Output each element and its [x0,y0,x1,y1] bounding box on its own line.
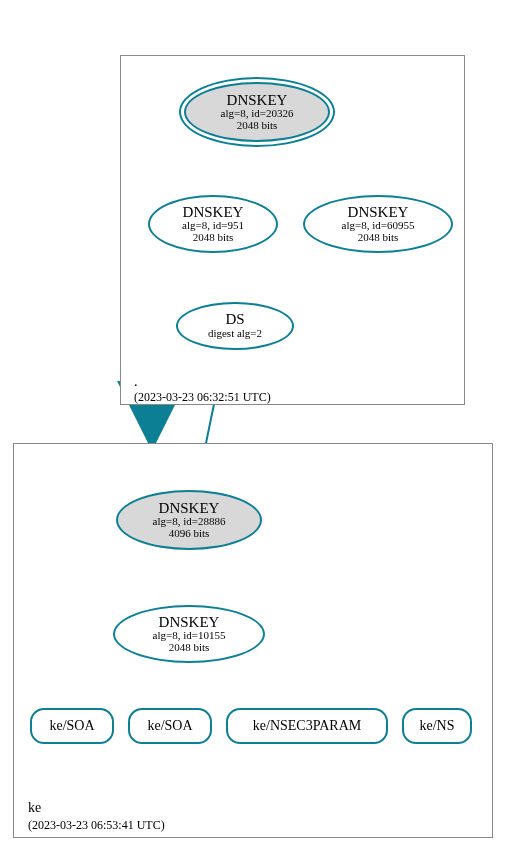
node-title: DNSKEY [227,93,288,109]
node-ke-zsk: DNSKEY alg=8, id=10155 2048 bits [113,605,265,663]
zone-root-timestamp: (2023-03-23 06:32:51 UTC) [134,390,271,405]
node-ke-ns: ke/NS [402,708,472,744]
node-title: ke/NS [420,719,455,734]
node-title: ke/SOA [147,719,192,734]
node-sub: 4096 bits [169,528,210,540]
zone-ke-name: ke [28,800,41,816]
node-sub: 2048 bits [169,642,210,654]
diagram-stage: . (2023-03-23 06:32:51 UTC) ke (2023-03-… [0,0,509,865]
node-root-zsk1: DNSKEY alg=8, id=951 2048 bits [148,195,278,253]
node-sub: 2048 bits [237,120,278,132]
zone-root-name: . [134,374,138,390]
node-root-ds: DS digest alg=2 [176,302,294,350]
node-title: DS [225,312,244,328]
node-ke-soa1: ke/SOA [30,708,114,744]
node-root-zsk2: DNSKEY alg=8, id=60955 2048 bits [303,195,453,253]
node-title: DNSKEY [348,205,409,221]
zone-ke-timestamp: (2023-03-23 06:53:41 UTC) [28,818,165,833]
node-sub: 2048 bits [358,232,399,244]
node-title: DNSKEY [159,615,220,631]
node-ke-soa2: ke/SOA [128,708,212,744]
node-sub: digest alg=2 [208,328,262,340]
node-root-ksk: DNSKEY alg=8, id=20326 2048 bits [184,82,330,142]
node-ke-ksk: DNSKEY alg=8, id=28886 4096 bits [116,490,262,550]
node-title: ke/NSEC3PARAM [253,719,361,734]
node-title: ke/SOA [49,719,94,734]
node-ke-nsec3param: ke/NSEC3PARAM [226,708,388,744]
node-title: DNSKEY [159,501,220,517]
node-title: DNSKEY [183,205,244,221]
node-sub: 2048 bits [193,232,234,244]
